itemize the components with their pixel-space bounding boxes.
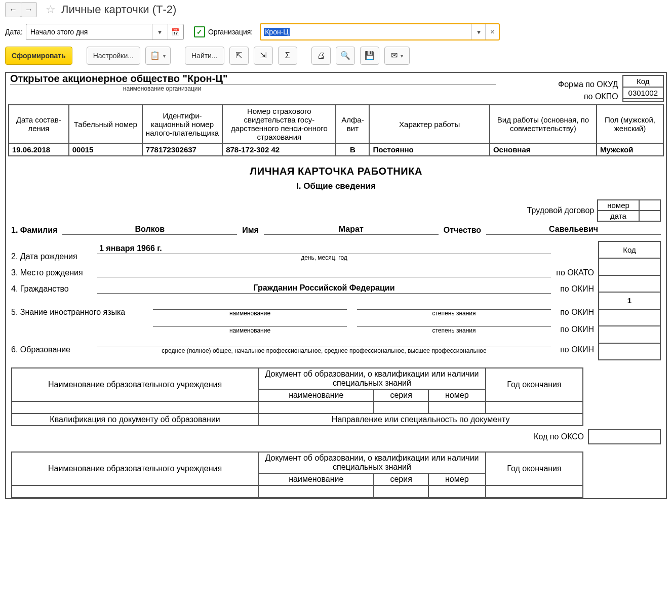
education-label: 6. Образование [11,345,97,354]
okud-value: 0301002 [623,87,663,99]
chevron-down-icon: ▾ [401,53,403,59]
edu-year-header: Год окончания [486,368,583,401]
edu-series-header: серия [374,389,428,401]
edu-spec-header: Направление или специальность по докумен… [258,414,583,426]
header-table: Дата состав-ления Табельный номер Иденти… [8,104,664,156]
org-caption: наименование организации [10,85,314,92]
calendar-icon: 📅 [171,28,180,36]
citizenship-value: Гражданин Российской Федерации [97,283,551,294]
val-snils: 878-172-302 42 [222,143,336,156]
edu-inst-header: Наименование образовательного учреждения [12,368,258,401]
val-date: 19.06.2018 [9,143,69,156]
date-value: Начало этого дня [26,28,152,36]
date-calendar-button[interactable]: 📅 [168,24,183,39]
val-sex: Мужской [597,143,663,156]
col-worktype: Вид работы (основная, по совместительств… [490,105,597,143]
contract-number-label: номер [598,200,639,211]
col-tabnum: Табельный номер [69,105,142,143]
place-code [599,275,660,292]
education-value [97,337,551,347]
education-code [599,343,660,360]
date-label: Дата: [5,28,23,36]
mail-button[interactable]: ✉▾ [384,47,410,65]
lang2-level [357,317,551,327]
clipboard-icon: 📋 [150,52,160,60]
lang1-name [153,300,347,310]
okso-value [588,429,661,444]
date-input[interactable]: Начало этого дня ▾ 📅 [26,24,184,40]
chevron-down-icon: ▾ [158,28,162,36]
code-table: Код 0301002 [622,75,664,102]
find-button[interactable]: Найти... [185,47,224,65]
print-button[interactable]: 🖨 [311,47,331,65]
code-column-header: Код [599,241,660,258]
val-alpha: В [336,143,369,156]
okin-label: по ОКИН [551,284,594,294]
contract-table: номер дата [597,199,661,222]
surname-label: Фамилия [20,226,58,234]
lang1-level [357,300,551,310]
save-button[interactable]: 💾 [360,47,379,65]
edu-doc-header: Документ об образовании, о квалификации … [258,368,486,389]
okso-label: Код по ОКСО [534,432,584,441]
sum-button[interactable]: Σ [278,47,297,65]
arrow-left-icon: ← [9,5,17,14]
language-label: 5. Знание иностранного языка [11,308,153,317]
contract-date [639,211,660,221]
contract-label: Трудовой договор [527,206,595,215]
edu-qual-header: Квалификация по документу об образовании [12,414,258,426]
col-alpha: Алфа-вит [336,105,369,143]
col-sex: Пол (мужской, женский) [597,105,663,143]
col-snils: Номер страхового свидетельства госу-дарс… [222,105,336,143]
name-value: Марат [264,225,439,235]
education-table-1: Наименование образовательного учреждения… [11,367,661,426]
place-value [97,267,551,277]
arrow-right-icon: → [25,5,33,14]
edu-number-header: номер [428,389,486,401]
citizenship-code: 1 [599,292,660,309]
lang2-name [153,317,347,327]
patronymic-label: Отчество [444,226,481,234]
preview-button[interactable]: 🔍 [336,47,355,65]
settings-button[interactable]: Настройки... [87,47,140,65]
val-tabnum: 00015 [69,143,142,156]
org-clear-button[interactable]: × [485,24,499,39]
lang1-code [599,309,660,326]
sigma-icon: Σ [285,52,290,60]
expand-groups-button[interactable]: ⇱ [229,47,249,65]
expand-icon: ⇲ [260,52,266,60]
mail-icon: ✉ [391,52,398,60]
nav-back-button[interactable]: ← [5,2,21,17]
place-label: 3. Место рождения [11,268,97,277]
org-value: Крон-Ц [261,28,471,36]
birth-code [599,258,660,275]
org-select[interactable]: Крон-Ц ▾ × [260,23,500,40]
edu-docname-header: наименование [258,389,374,401]
birth-value: 1 января 1966 г. [97,244,551,254]
page-title: Личные карточки (Т-2) [61,3,176,16]
org-dropdown[interactable]: ▾ [471,24,485,39]
col-char: Характер работы [369,105,489,143]
chevron-down-icon: ▾ [477,28,481,36]
code-header: Код [623,75,663,87]
print-icon: 🖨 [317,52,325,60]
birth-label: 2. Дата рождения [11,252,97,261]
doc-title: ЛИЧНАЯ КАРТОЧКА РАБОТНИКА [8,166,664,177]
favorite-button[interactable]: ☆ [44,3,57,16]
contract-number [639,200,660,211]
org-checkbox[interactable] [194,26,205,37]
col-date: Дата состав-ления [9,105,69,143]
variants-button[interactable]: 📋▾ [145,47,171,65]
star-icon: ☆ [46,3,56,16]
collapse-groups-button[interactable]: ⇲ [254,47,273,65]
generate-button[interactable]: Сформировать [5,47,72,65]
val-inn: 778172302637 [142,143,222,156]
birth-caption: день, месяц, год [97,254,551,261]
nav-forward-button[interactable]: → [21,2,37,17]
section-title: I. Общие сведения [8,181,664,191]
date-dropdown[interactable]: ▾ [152,24,168,39]
preview-icon: 🔍 [340,52,350,60]
save-icon: 💾 [365,52,375,60]
contract-date-label: дата [598,211,639,221]
okud-label: Форма по ОКУД [558,80,618,89]
